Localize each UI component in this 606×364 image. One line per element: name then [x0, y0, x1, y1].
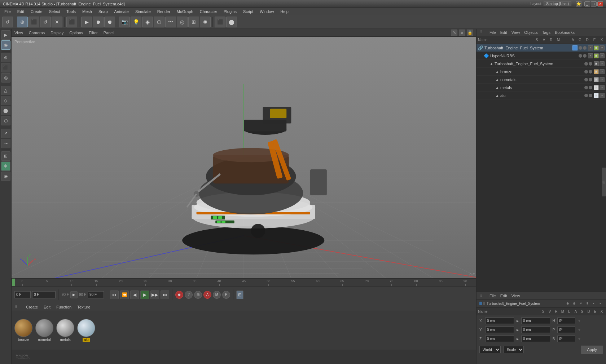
coord-mode-select[interactable]: Scale Size: [504, 346, 524, 353]
obj-mat-hypernurbs[interactable]: ▣: [594, 53, 599, 58]
obj-x-alu[interactable]: ×: [600, 93, 605, 98]
left-tool-1[interactable]: ▶: [1, 30, 10, 40]
minimize-btn[interactable]: _: [584, 1, 590, 6]
obj-mat-metals[interactable]: ▣: [594, 85, 599, 90]
rotate-tool[interactable]: ↺: [40, 17, 51, 27]
viewport[interactable]: Perspective X Z Y 0 F: [12, 37, 476, 278]
left-tool-4[interactable]: ⬛: [1, 63, 10, 72]
obj-tag-fsc[interactable]: ▣: [594, 61, 599, 66]
obj-close-btn[interactable]: ×: [600, 45, 605, 50]
left-tool-10[interactable]: ↗: [1, 129, 10, 138]
coord-y-rot[interactable]: [521, 327, 550, 333]
mat-menu-texture[interactable]: Texture: [77, 305, 90, 309]
vp-menu-options[interactable]: Options: [69, 31, 83, 35]
vp-icon-close[interactable]: ×: [459, 30, 465, 36]
obj-menu-edit[interactable]: Edit: [500, 30, 507, 35]
obj-x-metals[interactable]: ×: [600, 85, 605, 90]
frame-current-field[interactable]: [14, 291, 31, 298]
bookmark-icon[interactable]: ⭐: [576, 1, 581, 6]
vp-menu-view[interactable]: View: [14, 31, 23, 35]
menu-snap[interactable]: Snap: [96, 9, 111, 14]
obj-x-bronze[interactable]: ×: [600, 69, 605, 74]
anim-record-scale[interactable]: ⊞: [194, 291, 202, 299]
timeline-ruler[interactable]: 051015202530354045505560657075808590: [12, 279, 476, 286]
left-tool-5[interactable]: ◎: [1, 73, 10, 83]
left-tool-2[interactable]: ◉: [1, 40, 10, 50]
anim-motion[interactable]: M: [213, 291, 221, 299]
mat-alu[interactable]: alu: [77, 319, 95, 342]
mat-menu-edit[interactable]: Edit: [44, 305, 50, 309]
left-tool-8[interactable]: ⬤: [1, 106, 10, 115]
attr-icon-2[interactable]: ⊗: [571, 301, 577, 306]
frame-display-field[interactable]: [32, 291, 56, 298]
frame-end-field[interactable]: [88, 291, 104, 298]
obj-tag-hypernurbs[interactable]: ✓: [588, 53, 593, 58]
coord-x-scale[interactable]: [557, 318, 575, 324]
record-btn[interactable]: ⏺: [93, 17, 104, 27]
left-tool-6[interactable]: △: [1, 86, 10, 95]
anim-goto-start[interactable]: ⏮: [110, 290, 119, 299]
obj-x-nometals[interactable]: ×: [600, 77, 605, 82]
left-tool-3[interactable]: ⊕: [1, 53, 10, 62]
menu-mograph[interactable]: MoGraph: [174, 9, 196, 14]
particle-btn[interactable]: ✺: [200, 17, 211, 27]
light-btn[interactable]: 💡: [131, 17, 141, 27]
anim-options[interactable]: ⊞: [236, 290, 243, 299]
menu-select[interactable]: Select: [46, 9, 63, 14]
obj-x-hypernurbs[interactable]: ×: [600, 53, 605, 58]
sphere-btn[interactable]: ⬤: [226, 17, 237, 27]
render-btn[interactable]: ⬛: [66, 17, 77, 27]
deformer-btn[interactable]: ⬡: [154, 17, 164, 27]
anim-auto-key[interactable]: A: [203, 291, 211, 299]
mat-nometal[interactable]: nometal: [35, 319, 53, 342]
left-tool-13[interactable]: ❖: [1, 161, 10, 171]
undo-btn[interactable]: ↺: [2, 17, 13, 27]
obj-mat-nometals[interactable]: ▣: [594, 77, 599, 82]
cube-btn[interactable]: ⬛: [215, 17, 225, 27]
menu-mesh[interactable]: Mesh: [79, 9, 95, 14]
left-tool-14[interactable]: ◉: [1, 172, 10, 181]
left-tool-11[interactable]: 〜: [1, 139, 10, 148]
vp-icon-expand[interactable]: ⤡: [451, 30, 457, 36]
coord-system-select[interactable]: World Object: [479, 346, 501, 353]
camera-btn[interactable]: 📷: [119, 17, 130, 27]
nurbs-btn[interactable]: ◎: [177, 17, 188, 27]
vp-menu-display[interactable]: Display: [50, 31, 63, 35]
anim-prev[interactable]: ◀: [130, 290, 139, 299]
menu-file[interactable]: File: [1, 9, 14, 14]
obj-menu-file[interactable]: File: [489, 30, 496, 35]
scale-tool[interactable]: ✕: [52, 17, 62, 27]
maximize-btn[interactable]: □: [591, 1, 597, 6]
obj-row-nometals[interactable]: ▲ nometals ▣ ×: [477, 76, 606, 84]
attr-icon-1[interactable]: ⊕: [565, 301, 571, 306]
attr-menu-file[interactable]: File: [489, 294, 496, 298]
mat-bronze[interactable]: bronze: [14, 319, 32, 342]
anim-preview[interactable]: P: [222, 291, 230, 299]
menu-script[interactable]: Script: [240, 9, 256, 14]
attr-icon-4[interactable]: ⬇: [584, 301, 590, 306]
attr-icon-3[interactable]: ↗: [578, 301, 584, 306]
timeline[interactable]: 051015202530354045505560657075808590: [12, 278, 476, 286]
play-btn[interactable]: ▶: [81, 17, 92, 27]
generator-btn[interactable]: ⊞: [188, 17, 199, 27]
menu-plugins[interactable]: Plugins: [221, 9, 240, 14]
menu-tools[interactable]: Tools: [63, 9, 79, 14]
obj-menu-objects[interactable]: Objects: [524, 30, 537, 35]
close-btn[interactable]: ×: [597, 1, 603, 6]
obj-row-hypernurbs[interactable]: 🔷 HyperNURBS ✓ ▣ ×: [477, 52, 606, 60]
vp-icon-lock[interactable]: 🔒: [467, 30, 473, 36]
menu-window[interactable]: Window: [257, 9, 277, 14]
obj-menu-tags[interactable]: Tags: [542, 30, 550, 35]
menu-help[interactable]: Help: [277, 9, 291, 14]
coord-y-scale[interactable]: [557, 327, 575, 333]
left-tool-12[interactable]: ⊞: [1, 151, 10, 161]
obj-mat-alu[interactable]: ▣: [594, 93, 599, 98]
obj-row-fuel-system-root[interactable]: 🔗 Turboshaft_Engine_Fuel_System ✓ ▣ ×: [477, 44, 606, 52]
obj-menu-bookmarks[interactable]: Bookmarks: [555, 30, 575, 35]
coord-y-pos[interactable]: [485, 327, 514, 333]
coord-x-pos[interactable]: [485, 318, 514, 324]
attr-menu-view[interactable]: View: [511, 294, 520, 298]
anim-record-rot[interactable]: ?: [185, 291, 193, 299]
menu-create[interactable]: Create: [28, 9, 45, 14]
anim-goto-end[interactable]: ⏭: [161, 290, 169, 299]
